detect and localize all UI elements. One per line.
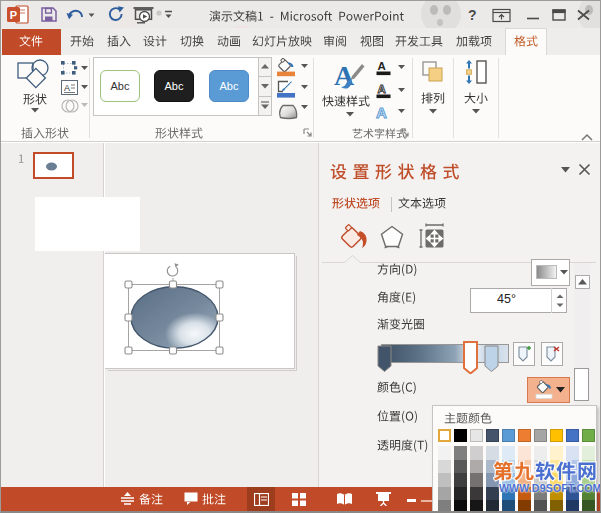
- svg-text:A: A: [376, 104, 387, 121]
- svg-text:A: A: [378, 60, 386, 72]
- svg-text:A: A: [378, 83, 386, 95]
- svg-text:P: P: [10, 9, 17, 21]
- svg-text:?: ?: [468, 7, 477, 23]
- svg-text:A: A: [64, 83, 70, 93]
